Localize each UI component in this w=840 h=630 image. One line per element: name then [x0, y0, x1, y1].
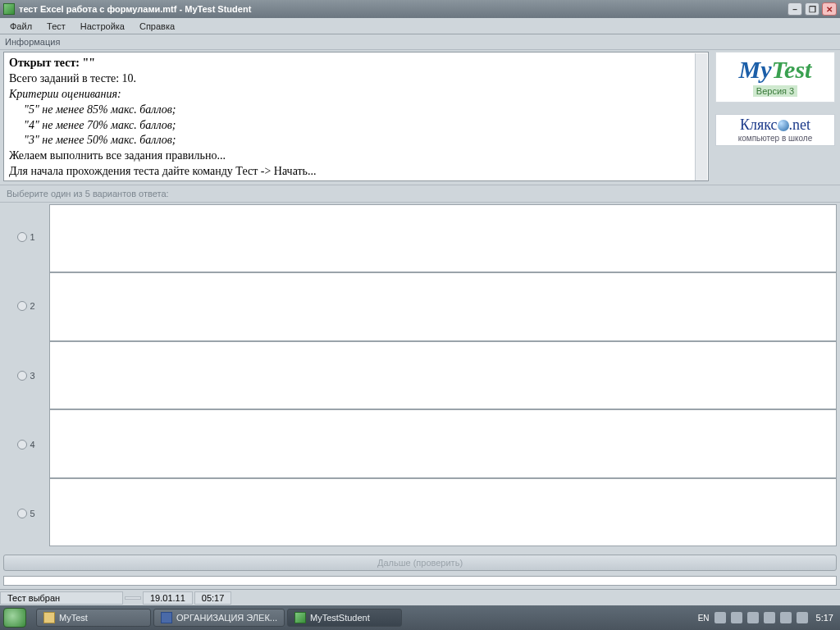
menu-file[interactable]: Файл: [3, 20, 39, 33]
maximize-button[interactable]: ❐: [805, 2, 819, 16]
answers-area: 1 2 3 4 5: [0, 203, 840, 548]
answer-num-5: 5: [30, 509, 34, 518]
window-titlebar: тест Excel работа с формулами.mtf - MyTe…: [0, 0, 840, 18]
answer-num-2: 2: [30, 301, 34, 311]
status-empty-1: [125, 596, 141, 600]
system-tray: EN 5:17: [698, 612, 837, 623]
menu-help[interactable]: Справка: [133, 20, 181, 33]
info-total: Всего заданий в тесте: 10.: [9, 71, 703, 87]
klyakso-text: Клякс: [740, 116, 778, 133]
answer-box-5[interactable]: [49, 478, 837, 546]
answer-box-2[interactable]: [49, 272, 837, 340]
radio-icon: [17, 232, 27, 242]
radio-icon: [17, 301, 27, 311]
taskbar-item-mytest-folder[interactable]: MyTest: [36, 609, 151, 627]
info-criteria-label: Критерии оценивания:: [9, 87, 703, 103]
taskbar-label-3: MyTestStudent: [310, 613, 370, 623]
answer-radio-1[interactable]: 1: [3, 203, 49, 272]
tray-icon[interactable]: [797, 612, 808, 623]
menu-test[interactable]: Тест: [40, 20, 72, 33]
next-button[interactable]: Дальше (проверить): [3, 555, 837, 571]
taskbar-label-2: ОРГАНИЗАЦИЯ ЭЛЕК...: [176, 613, 277, 623]
info-pane: Открыт тест: "" Всего заданий в тесте: 1…: [0, 50, 840, 185]
answer-radio-2[interactable]: 2: [3, 272, 49, 340]
status-date: 19.01.11: [143, 591, 193, 605]
tray-icon[interactable]: [714, 612, 726, 623]
radio-icon: [17, 440, 27, 450]
status-test-selected: Тест выбран: [0, 591, 123, 605]
logo-my: My: [739, 56, 772, 83]
taskbar-label-1: MyTest: [59, 613, 88, 623]
klyakso-sub: компьютер в школе: [718, 134, 833, 143]
klyakso-logo: Клякс.net компьютер в школе: [715, 114, 835, 146]
radio-icon: [17, 371, 27, 381]
tray-icon[interactable]: [731, 612, 742, 623]
mytest-icon: [294, 612, 306, 623]
start-button[interactable]: [3, 608, 26, 628]
status-time: 05:17: [194, 591, 232, 605]
close-button[interactable]: ✕: [822, 2, 837, 16]
word-icon: [161, 612, 172, 623]
info-opened-value: "": [82, 57, 95, 69]
taskbar-item-myteststudent[interactable]: MyTestStudent: [287, 609, 402, 627]
taskbar-item-word[interactable]: ОРГАНИЗАЦИЯ ЭЛЕК...: [153, 609, 285, 627]
info-grade-3: "3" не менее 50% макс. баллов;: [9, 133, 703, 148]
info-grade-4: "4" не менее 70% макс. баллов;: [9, 118, 703, 134]
klyakso-net: .net: [789, 116, 811, 133]
statusbar: Тест выбран 19.01.11 05:17: [0, 589, 840, 605]
answer-box-1[interactable]: [49, 204, 837, 272]
info-textbox: Открыт тест: "" Всего заданий в тесте: 1…: [3, 52, 709, 181]
menu-settings[interactable]: Настройка: [74, 20, 131, 33]
window-title: тест Excel работа с формулами.mtf - MyTe…: [19, 4, 788, 14]
app-icon: [3, 3, 15, 15]
answer-box-3[interactable]: [49, 341, 837, 409]
globe-icon: [778, 120, 789, 131]
logo-version: Версия 3: [753, 85, 797, 97]
answer-num-3: 3: [30, 371, 34, 381]
info-scrollbar[interactable]: [695, 53, 707, 181]
info-grade-5: "5" не менее 85% макс. баллов;: [9, 103, 703, 118]
mytest-logo: MyTest Версия 3: [715, 52, 835, 103]
logo-panel: MyTest Версия 3 Клякс.net компьютер в шк…: [714, 52, 837, 181]
radio-icon: [17, 509, 27, 518]
progress-bar: [3, 576, 837, 586]
answer-num-4: 4: [30, 440, 34, 450]
answer-boxes-column: [49, 203, 837, 548]
answer-box-4[interactable]: [49, 409, 837, 477]
next-button-wrap: Дальше (проверить): [0, 548, 840, 574]
answer-radio-4[interactable]: 4: [3, 410, 49, 479]
taskbar-clock[interactable]: 5:17: [813, 613, 833, 623]
answer-numbers-column: 1 2 3 4 5: [3, 203, 49, 548]
language-indicator[interactable]: EN: [698, 614, 710, 623]
window-controls: – ❐ ✕: [788, 2, 837, 16]
answer-radio-3[interactable]: 3: [3, 340, 49, 409]
tray-icon[interactable]: [747, 612, 759, 623]
menubar: Файл Тест Настройка Справка: [0, 18, 840, 34]
progress-wrap: [0, 574, 840, 589]
taskbar: MyTest ОРГАНИЗАЦИЯ ЭЛЕК... MyTestStudent…: [0, 605, 840, 630]
info-wish: Желаем выполнить все задания правильно..…: [9, 148, 703, 164]
info-opened-label: Открыт тест:: [9, 57, 82, 69]
logo-test: Test: [772, 56, 812, 83]
minimize-button[interactable]: –: [788, 2, 802, 16]
info-section-label: Информация: [0, 34, 840, 50]
tray-icon[interactable]: [780, 612, 792, 623]
folder-icon: [43, 612, 55, 623]
answer-radio-5[interactable]: 5: [3, 479, 49, 548]
answer-num-1: 1: [30, 232, 34, 242]
answer-prompt: Выберите один из 5 вариантов ответа:: [0, 185, 840, 203]
info-start-hint: Для начала прохождения теста дайте коман…: [9, 164, 703, 180]
tray-icon[interactable]: [764, 612, 775, 623]
